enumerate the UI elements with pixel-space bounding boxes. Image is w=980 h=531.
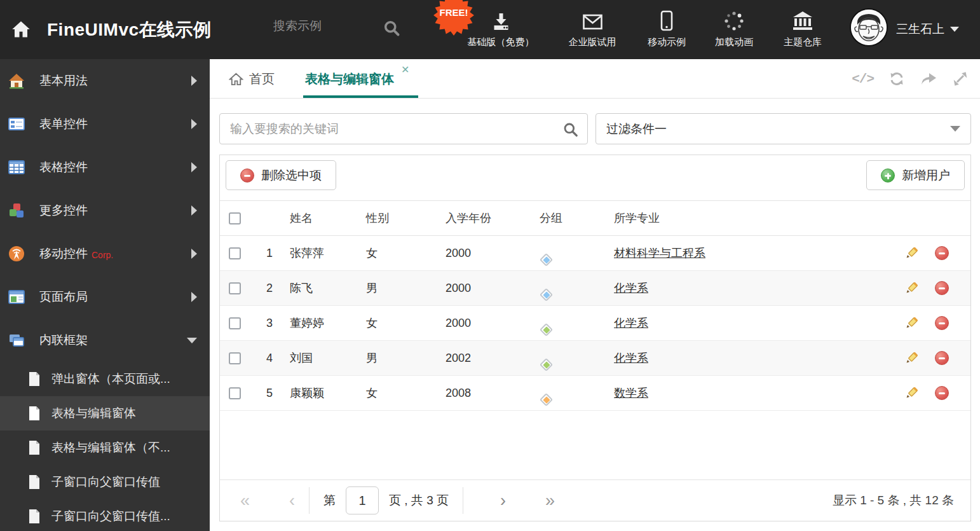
file-icon: [28, 440, 41, 455]
sidebar-subitem-label: 弹出窗体（本页面或...: [51, 371, 170, 387]
delete-row-icon[interactable]: [935, 316, 949, 330]
select-all-checkbox[interactable]: [229, 212, 241, 224]
expand-icon[interactable]: [952, 71, 969, 87]
share-icon[interactable]: [920, 71, 937, 87]
sidebar-item-form-controls[interactable]: 表单控件: [0, 102, 210, 146]
sidebar-item-inline-frame[interactable]: 内联框架: [0, 319, 210, 362]
brand-home-icon[interactable]: [11, 20, 31, 41]
tab-home-label: 首页: [249, 71, 275, 88]
major-link[interactable]: 数学系: [614, 387, 648, 399]
cell-gender: 女: [366, 315, 446, 331]
column-header-name[interactable]: 姓名: [290, 210, 366, 226]
major-link[interactable]: 化学系: [614, 352, 648, 364]
chevron-right-icon: [191, 249, 197, 259]
delete-row-icon[interactable]: [935, 281, 949, 295]
cell-gender: 女: [366, 385, 446, 401]
delete-row-icon[interactable]: [935, 351, 949, 365]
close-icon[interactable]: ✕: [401, 65, 409, 75]
refresh-icon[interactable]: [888, 71, 905, 87]
sidebar-item-grid-controls[interactable]: 表格控件: [0, 146, 210, 189]
column-header-gender[interactable]: 性别: [366, 210, 446, 226]
header-search-icon[interactable]: [383, 19, 400, 39]
row-checkbox[interactable]: [229, 352, 241, 364]
next-page-button[interactable]: ›: [500, 492, 506, 509]
edit-pencil-icon[interactable]: [904, 246, 918, 260]
top-header: FineUIMvc在线示例 FREE! 基础版（免费） 企业版试用 移动示例: [0, 0, 980, 59]
sidebar-item-more-controls[interactable]: 更多控件: [0, 189, 210, 232]
sidebar-subitem-grid-edit-window-2[interactable]: 表格与编辑窗体（不...: [0, 431, 210, 465]
table-icon: [8, 159, 25, 176]
divider: [463, 487, 463, 514]
chevron-right-icon: [191, 205, 197, 216]
edit-pencil-icon[interactable]: [904, 281, 918, 295]
sidebar-item-page-layout[interactable]: 页面布局: [0, 275, 210, 319]
nav-theme-store[interactable]: 主题仓库: [784, 10, 822, 48]
column-header-group[interactable]: 分组: [540, 210, 614, 226]
layout-icon: [8, 289, 25, 305]
download-icon: [491, 10, 511, 32]
column-header-major[interactable]: 所学专业: [614, 210, 888, 226]
user-name: 三生石上: [896, 21, 944, 38]
sidebar-subitem-grid-edit-window[interactable]: 表格与编辑窗体: [0, 396, 210, 431]
cell-name: 康颖颖: [290, 385, 366, 401]
table-row: 2 陈飞 男 2000 化学系: [220, 271, 970, 306]
filter-dropdown[interactable]: 过滤条件一: [595, 113, 971, 144]
header-search-input[interactable]: [273, 19, 369, 33]
first-page-button[interactable]: «: [240, 492, 250, 509]
sidebar-item-mobile-controls[interactable]: 移动控件 Corp.: [0, 232, 210, 275]
active-tab-underline: [303, 95, 418, 98]
add-button-label: 新增用户: [902, 167, 950, 184]
add-user-button[interactable]: 新增用户: [866, 160, 965, 190]
major-link[interactable]: 化学系: [614, 282, 648, 294]
sidebar-item-label: 内联框架: [39, 332, 88, 348]
tab-grid-edit-window[interactable]: 表格与编辑窗体: [305, 59, 394, 99]
file-icon: [28, 371, 41, 387]
row-checkbox[interactable]: [229, 387, 241, 399]
last-page-button[interactable]: »: [545, 492, 555, 509]
row-checkbox[interactable]: [229, 282, 241, 294]
sidebar-item-basic-usage[interactable]: 基本用法: [0, 59, 210, 102]
row-number: 5: [259, 387, 290, 400]
sidebar-subitem-child-to-parent[interactable]: 子窗口向父窗口传值: [0, 465, 210, 499]
delete-row-icon[interactable]: [935, 246, 949, 260]
row-checkbox[interactable]: [229, 247, 241, 259]
sidebar-subitem-popup-window[interactable]: 弹出窗体（本页面或...: [0, 362, 210, 396]
sidebar-subitem-label: 表格与编辑窗体（不...: [51, 439, 170, 456]
cell-year: 2000: [446, 317, 540, 330]
cell-name: 张萍萍: [290, 245, 366, 261]
prev-page-button[interactable]: ‹: [289, 492, 295, 509]
chevron-right-icon: [191, 76, 197, 86]
column-header-year[interactable]: 入学年份: [446, 210, 540, 226]
user-menu[interactable]: 三生石上: [896, 21, 959, 38]
delete-button-label: 删除选中项: [261, 167, 322, 184]
minus-icon: [240, 169, 254, 183]
cell-name: 刘国: [290, 350, 366, 366]
tab-bar: 首页 表格与编辑窗体 ✕ </>: [210, 59, 980, 99]
nav-basic-edition[interactable]: 基础版（免费）: [468, 10, 534, 48]
sidebar-item-label: 移动控件: [39, 245, 88, 262]
sidebar-item-label: 表格控件: [39, 159, 88, 176]
tab-home[interactable]: 首页: [229, 59, 275, 99]
view-source-icon[interactable]: </>: [852, 72, 874, 86]
chevron-right-icon: [191, 119, 197, 129]
edit-pencil-icon[interactable]: [904, 351, 918, 365]
sidebar-subitem-child-to-parent-2[interactable]: 子窗口向父窗口传值...: [0, 499, 210, 531]
nav-mobile-demos[interactable]: 移动示例: [648, 10, 686, 48]
keyword-search-input[interactable]: [220, 114, 587, 144]
nav-loading-animations[interactable]: 加载动画: [715, 10, 753, 48]
edit-pencil-icon[interactable]: [904, 386, 918, 400]
search-icon[interactable]: [562, 121, 579, 141]
record-summary: 显示 1 - 5 条 , 共 12 条: [833, 492, 970, 509]
user-avatar[interactable]: [850, 8, 888, 46]
page-number-input[interactable]: [346, 486, 379, 514]
edit-pencil-icon[interactable]: [904, 316, 918, 330]
row-checkbox[interactable]: [229, 317, 241, 329]
corp-badge: Corp.: [92, 250, 113, 260]
file-icon: [28, 406, 41, 421]
major-link[interactable]: 化学系: [614, 317, 648, 329]
delete-row-icon[interactable]: [935, 386, 949, 400]
delete-selected-button[interactable]: 删除选中项: [226, 160, 336, 190]
bank-icon: [791, 10, 814, 32]
major-link[interactable]: 材料科学与工程系: [614, 247, 705, 259]
nav-enterprise-trial[interactable]: 企业版试用: [569, 10, 616, 48]
